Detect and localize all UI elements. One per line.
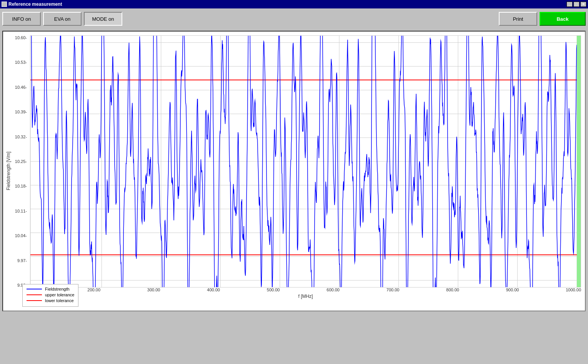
x-tick-label: 500.00 <box>267 288 280 292</box>
legend-line-upper <box>27 294 42 295</box>
legend: Fieldstrength upper tolerance lower tole… <box>22 284 78 307</box>
y-tick-label: 10.46- <box>14 85 28 90</box>
title-bar-controls: _ □ ✕ <box>566 2 586 7</box>
x-tick-labels: 80.00200.00300.00400.00500.00600.00700.0… <box>30 288 581 292</box>
y-tick-label: 10.11- <box>14 209 28 213</box>
legend-item-lower: lower tolerance <box>27 298 74 303</box>
right-bar <box>577 36 581 287</box>
chart-container: Fieldstrength [V/m] 10.60-10.53-10.46-10… <box>2 31 586 311</box>
minimize-button[interactable]: _ <box>566 2 573 7</box>
title-bar-icon <box>2 2 7 7</box>
x-axis-area: 80.00200.00300.00400.00500.00600.00700.0… <box>30 288 581 307</box>
print-button[interactable]: Print <box>499 12 537 26</box>
legend-item-fieldstrength: Fieldstrength <box>27 287 74 291</box>
chart-inner: 10.60-10.53-10.46-10.39-10.32-10.25-10.1… <box>14 32 585 311</box>
y-axis-label: Fieldstrength [V/m] <box>3 32 14 311</box>
x-tick-label: 1000.00 <box>566 288 581 292</box>
window-title: Reference measurement <box>8 2 62 7</box>
y-tick-label: 10.04- <box>14 233 28 238</box>
info-button[interactable]: INFO on <box>2 12 41 26</box>
legend-line-lower <box>27 300 42 301</box>
y-tick-label: 10.25- <box>14 159 28 164</box>
x-tick-label: 700.00 <box>386 288 400 292</box>
x-tick-label: 200.00 <box>87 288 100 292</box>
y-tick-label: 10.53- <box>14 60 28 65</box>
mode-button[interactable]: MODE on <box>84 12 122 26</box>
x-tick-label: 400.00 <box>207 288 220 292</box>
legend-label-lower: lower tolerance <box>45 298 74 303</box>
y-tick-label: 10.60- <box>14 35 28 40</box>
x-tick-label: 900.00 <box>506 288 519 292</box>
legend-line-fieldstrength <box>27 289 42 289</box>
toolbar: INFO on EVA on MODE on Print Back <box>0 8 588 29</box>
back-button[interactable]: Back <box>540 12 586 26</box>
x-tick-label: 300.00 <box>147 288 160 292</box>
plot-area <box>30 35 581 288</box>
legend-item-upper: upper tolerance <box>27 293 74 297</box>
title-bar: Reference measurement _ □ ✕ <box>0 0 588 8</box>
eva-button[interactable]: EVA on <box>43 12 82 26</box>
restore-button[interactable]: □ <box>573 2 580 7</box>
y-tick-labels: 10.60-10.53-10.46-10.39-10.32-10.25-10.1… <box>14 35 28 288</box>
x-axis-title: f [MHz] <box>298 294 313 299</box>
x-tick-label: 800.00 <box>446 288 459 292</box>
y-tick-label: 10.32- <box>14 135 28 139</box>
x-tick-label: 600.00 <box>326 288 340 292</box>
chart-area: Fieldstrength [V/m] 10.60-10.53-10.46-10… <box>3 32 585 311</box>
y-tick-label: 9.97- <box>14 258 28 263</box>
legend-label-fieldstrength: Fieldstrength <box>45 287 70 291</box>
close-button[interactable]: ✕ <box>580 2 586 7</box>
y-tick-label: 10.18- <box>14 184 28 188</box>
legend-label-upper: upper tolerance <box>45 293 74 297</box>
y-tick-label: 10.39- <box>14 110 28 114</box>
